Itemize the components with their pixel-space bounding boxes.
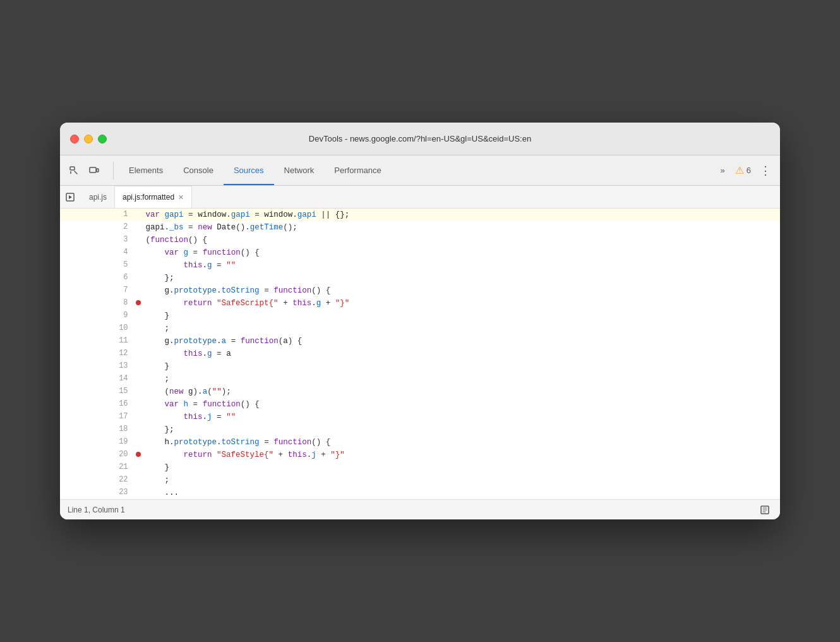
table-row: 19 h.prototype.toString = function() { [60, 436, 780, 449]
warning-badge[interactable]: ⚠ 6 [735, 164, 751, 176]
table-row: 18 }; [60, 423, 780, 436]
line-number: 17 [60, 411, 136, 423]
more-tabs-button[interactable]: » [716, 163, 730, 178]
line-gutter [136, 398, 141, 411]
tabs-nav: Elements Console Sources Network Perform… [119, 155, 392, 185]
toolbar-divider [113, 162, 114, 179]
file-tab-api-js-formatted[interactable]: api.js:formatted ✕ [114, 186, 192, 208]
tab-elements[interactable]: Elements [119, 155, 173, 185]
line-gutter [136, 221, 141, 234]
line-code: this.j = "" [141, 411, 780, 423]
line-gutter [136, 449, 141, 461]
line-code: var h = function() { [141, 398, 780, 411]
format-button[interactable] [757, 502, 772, 518]
line-code: (new g).a(""); [141, 385, 780, 398]
line-gutter [136, 436, 141, 449]
table-row: 16 var h = function() { [60, 398, 780, 411]
tab-performance[interactable]: Performance [324, 155, 391, 185]
table-row: 9 } [60, 310, 780, 322]
table-row: 3 (function() { [60, 234, 780, 246]
line-code: }; [141, 272, 780, 284]
warning-icon: ⚠ [735, 164, 744, 176]
table-row: 15 (new g).a(""); [60, 385, 780, 398]
line-gutter [136, 487, 141, 499]
line-code: return "SafeStyle{" + this.j + "}" [141, 449, 780, 461]
svg-rect-1 [90, 167, 96, 173]
line-gutter [136, 234, 141, 246]
window-title: DevTools - news.google.com/?hl=en-US&gl=… [309, 134, 531, 143]
devtools-window: DevTools - news.google.com/?hl=en-US&gl=… [60, 123, 780, 519]
line-code: ; [141, 322, 780, 335]
table-row: 7 g.prototype.toString = function() { [60, 284, 780, 297]
table-row: 20 return "SafeStyle{" + this.j + "}" [60, 449, 780, 461]
line-number: 9 [60, 310, 136, 322]
line-number: 20 [60, 449, 136, 461]
status-bar: Line 1, Column 1 [60, 499, 780, 519]
kebab-menu-button[interactable]: ⋮ [756, 164, 775, 178]
line-number: 13 [60, 360, 136, 373]
line-number: 6 [60, 272, 136, 284]
line-gutter [136, 461, 141, 474]
inspect-icon[interactable] [65, 162, 83, 179]
line-code: ; [141, 474, 780, 487]
line-code: gapi._bs = new Date().getTime(); [141, 221, 780, 234]
table-row: 23 ... [60, 487, 780, 499]
line-number: 16 [60, 398, 136, 411]
table-row: 1 var gapi = window.gapi = window.gapi |… [60, 209, 780, 221]
line-code: ; [141, 373, 780, 385]
titlebar: DevTools - news.google.com/?hl=en-US&gl=… [60, 123, 780, 155]
table-row: 8 return "SafeScript{" + this.g + "}" [60, 297, 780, 310]
line-number: 22 [60, 474, 136, 487]
status-right [757, 502, 772, 518]
line-code: g.prototype.a = function(a) { [141, 335, 780, 348]
line-gutter [136, 411, 141, 423]
file-tab-api-js[interactable]: api.js [81, 186, 114, 208]
line-code: var g = function() { [141, 246, 780, 259]
table-row: 21 } [60, 461, 780, 474]
line-gutter [136, 335, 141, 348]
tab-network[interactable]: Network [274, 155, 325, 185]
line-code: this.g = "" [141, 259, 780, 272]
line-number: 4 [60, 246, 136, 259]
line-number: 1 [60, 209, 136, 221]
line-code: } [141, 461, 780, 474]
line-gutter [136, 373, 141, 385]
line-code: ... [141, 487, 780, 499]
line-gutter [136, 246, 141, 259]
table-row: 12 this.g = a [60, 348, 780, 360]
file-tabs-bar: api.js api.js:formatted ✕ [60, 186, 780, 209]
code-table: 1 var gapi = window.gapi = window.gapi |… [60, 209, 780, 499]
maximize-button[interactable] [98, 135, 107, 143]
svg-rect-0 [70, 167, 75, 170]
table-row: 13 } [60, 360, 780, 373]
code-editor[interactable]: 1 var gapi = window.gapi = window.gapi |… [60, 209, 780, 499]
line-gutter [136, 297, 141, 310]
line-number: 12 [60, 348, 136, 360]
line-gutter [136, 272, 141, 284]
table-row: 22 ; [60, 474, 780, 487]
close-button[interactable] [70, 135, 79, 143]
line-number: 3 [60, 234, 136, 246]
tab-console[interactable]: Console [173, 155, 224, 185]
line-number: 8 [60, 297, 136, 310]
table-row: 6 }; [60, 272, 780, 284]
file-tab-close-button[interactable]: ✕ [178, 193, 184, 202]
line-gutter [136, 310, 141, 322]
tab-sources[interactable]: Sources [224, 155, 274, 185]
line-number: 15 [60, 385, 136, 398]
line-number: 5 [60, 259, 136, 272]
breakpoint [136, 452, 141, 457]
line-code: }; [141, 423, 780, 436]
line-gutter [136, 259, 141, 272]
run-snippet-button[interactable] [63, 190, 78, 205]
svg-marker-4 [69, 195, 72, 199]
line-code: var gapi = window.gapi = window.gapi || … [141, 209, 780, 221]
table-row: 14 ; [60, 373, 780, 385]
line-number: 21 [60, 461, 136, 474]
line-number: 23 [60, 487, 136, 499]
line-gutter [136, 322, 141, 335]
device-icon[interactable] [85, 162, 103, 179]
minimize-button[interactable] [84, 135, 93, 143]
line-number: 11 [60, 335, 136, 348]
toolbar: Elements Console Sources Network Perform… [60, 155, 780, 186]
